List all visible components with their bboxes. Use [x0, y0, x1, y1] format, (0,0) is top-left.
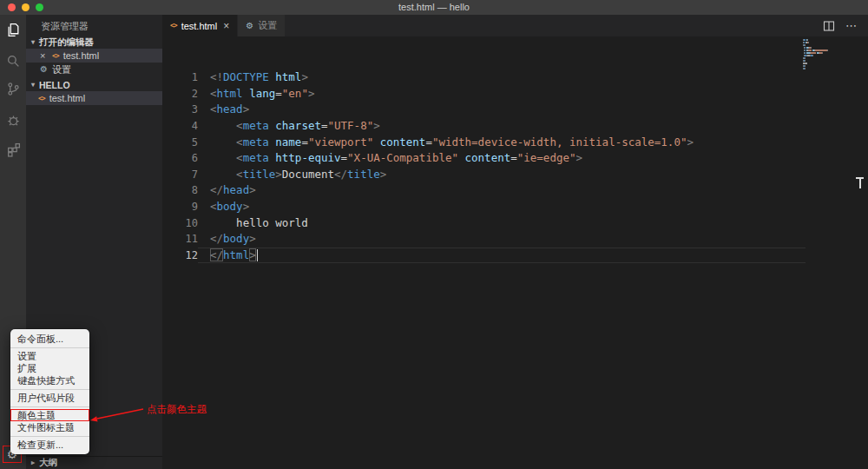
code-lines: 1<!DOCTYPE html>2<html lang="en">3<head>… [162, 69, 868, 263]
debug-icon[interactable] [0, 109, 26, 130]
line-number: 3 [162, 102, 198, 118]
code-text: <head> [198, 102, 806, 118]
menu-separator [10, 347, 89, 348]
menu-item[interactable]: 颜色主题 [10, 409, 89, 421]
open-editor-item-test-html[interactable]: × <> test.html [26, 49, 162, 63]
menu-item[interactable]: 命令面板... [10, 333, 89, 345]
line-number: 4 [162, 118, 198, 135]
settings-icon: ⚙ [40, 65, 48, 74]
code-line[interactable]: 3<head> [162, 102, 868, 118]
menu-separator [10, 406, 89, 407]
tab-label: test.html [181, 21, 218, 31]
search-icon[interactable] [0, 50, 26, 71]
folder-name: HELLO [39, 80, 70, 90]
line-number: 1 [162, 69, 198, 86]
line-number: 10 [162, 215, 198, 232]
line-number: 11 [162, 231, 198, 248]
open-editors-label: 打开的编辑器 [39, 36, 94, 49]
code-text: <title>Document</title> [198, 167, 806, 183]
menu-separator [10, 436, 89, 437]
source-control-icon[interactable] [0, 78, 26, 99]
editor-area: <> test.html × ⚙ 设置 ⋯ 1<!DOCTYPE html>2<… [162, 15, 868, 469]
open-editors-header[interactable]: ▾ 打开的编辑器 [26, 36, 162, 49]
code-line[interactable]: 5 <meta name="viewport" content="width=d… [162, 135, 868, 151]
line-number: 2 [162, 86, 198, 102]
window-title: test.html — hello [0, 0, 868, 15]
code-text: <body> [198, 199, 806, 215]
folder-header-hello[interactable]: ▾ HELLO [26, 79, 162, 91]
code-text: hello world [198, 215, 806, 232]
line-number: 7 [162, 167, 198, 183]
code-line[interactable]: 10 hello world [162, 215, 868, 232]
menu-item[interactable]: 文件图标主题 [10, 421, 89, 433]
code-line[interactable]: 6 <meta http-equiv="X-UA-Compatible" con… [162, 150, 868, 167]
open-editor-label: 设置 [52, 63, 71, 76]
code-text: </html> [198, 248, 806, 264]
tab-settings[interactable]: ⚙ 设置 [238, 15, 285, 36]
line-number: 5 [162, 135, 198, 151]
outline-section-header[interactable]: ▸ 大纲 [26, 457, 162, 469]
minimap-line [803, 68, 829, 70]
annotation-label: 点击颜色主题 [147, 403, 207, 416]
html-file-icon: <> [38, 95, 45, 102]
code-line[interactable]: 11</body> [162, 231, 868, 248]
line-number: 8 [162, 182, 198, 199]
chevron-down-icon: ▾ [29, 39, 37, 46]
code-text: </head> [198, 182, 806, 199]
close-icon[interactable]: × [40, 51, 48, 61]
chevron-right-icon: ▸ [29, 459, 37, 466]
code-text: </body> [198, 231, 806, 248]
close-icon[interactable]: × [223, 20, 229, 32]
code-text: <meta http-equiv="X-UA-Compatible" conte… [198, 150, 806, 167]
text-cursor-artifact [856, 177, 864, 188]
code-line[interactable]: 7 <title>Document</title> [162, 167, 868, 183]
code-editor[interactable]: 1<!DOCTYPE html>2<html lang="en">3<head>… [162, 36, 868, 469]
tab-bar: <> test.html × ⚙ 设置 ⋯ [162, 15, 868, 36]
tab-test-html[interactable]: <> test.html × [162, 15, 237, 36]
open-editor-item-settings[interactable]: ⚙ 设置 [26, 63, 162, 76]
settings-icon: ⚙ [246, 22, 253, 30]
tab-label: 设置 [258, 19, 277, 32]
vscode-window: test.html — hello ⚙ 资源管理 [0, 0, 868, 469]
menu-item[interactable]: 设置 [10, 350, 89, 362]
chevron-down-icon: ▾ [29, 82, 37, 89]
sidebar-title: 资源管理器 [26, 15, 162, 36]
manage-context-menu: 命令面板...设置扩展键盘快捷方式用户代码片段颜色主题文件图标主题检查更新... [10, 329, 89, 454]
file-item-test-html[interactable]: <> test.html [26, 91, 162, 105]
code-line[interactable]: 9<body> [162, 199, 868, 215]
menu-separator [10, 389, 89, 390]
menu-item[interactable]: 键盘快捷方式 [10, 374, 89, 386]
line-number: 12 [162, 248, 198, 264]
titlebar: test.html — hello [0, 0, 868, 15]
html-file-icon: <> [52, 52, 59, 60]
editor-caret [257, 249, 258, 261]
open-editor-label: test.html [63, 50, 100, 61]
outline-label: 大纲 [39, 457, 57, 469]
line-number: 9 [162, 199, 198, 215]
code-text: <html lang="en"> [198, 86, 806, 102]
code-line[interactable]: 12</html> [162, 248, 868, 264]
code-line[interactable]: 2<html lang="en"> [162, 86, 868, 102]
file-label: test.html [49, 93, 86, 103]
split-editor-icon[interactable] [823, 20, 835, 32]
editor-actions: ⋯ [823, 15, 868, 36]
code-text: <!DOCTYPE html> [198, 69, 806, 86]
explorer-icon[interactable] [0, 19, 26, 40]
menu-item[interactable]: 检查更新... [10, 439, 89, 451]
minimap[interactable] [803, 39, 829, 70]
menu-item[interactable]: 用户代码片段 [10, 392, 89, 404]
line-number: 6 [162, 150, 198, 167]
code-line[interactable]: 4 <meta charset="UTF-8"> [162, 118, 868, 135]
html-file-icon: <> [170, 22, 177, 30]
code-line[interactable]: 1<!DOCTYPE html> [162, 69, 868, 86]
code-text: <meta charset="UTF-8"> [198, 118, 806, 135]
menu-item[interactable]: 扩展 [10, 362, 89, 374]
extensions-icon[interactable] [0, 139, 26, 160]
code-line[interactable]: 8</head> [162, 182, 868, 199]
more-actions-icon[interactable]: ⋯ [845, 20, 858, 31]
code-text: <meta name="viewport" content="width=dev… [198, 135, 806, 151]
